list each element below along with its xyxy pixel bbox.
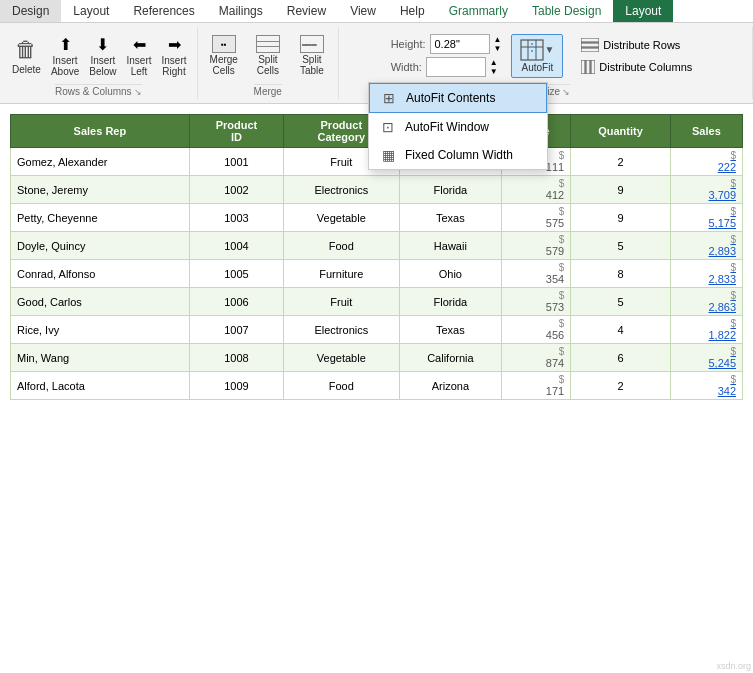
table-cell: $2,863 [670,288,742,316]
cell-size-expand[interactable]: ↘ [562,87,570,97]
watermark: xsdn.org [716,661,751,671]
autofit-contents-icon: ⊞ [380,90,398,106]
autofit-button[interactable]: ▼ AutoFit [511,34,563,78]
delete-label: Delete [12,64,41,75]
table-cell: 1004 [189,232,283,260]
table-row: Good, Carlos1006FruitFlorida$5735$2,863 [11,288,743,316]
size-controls: Height: ▲ ▼ Width: ▲ ▼ [387,30,506,81]
insert-above-button[interactable]: ⬆ InsertAbove [47,33,83,79]
width-up-icon: ▲ [490,58,498,67]
split-table-button[interactable]: ═══ SplitTable [292,32,332,79]
table-cell: 1001 [189,148,283,176]
table-cell: Gomez, Alexander [11,148,190,176]
split-cells-button[interactable]: SplitCells [248,32,288,79]
split-cells-label: SplitCells [257,54,279,76]
height-input[interactable] [430,34,490,54]
table-body: Gomez, Alexander1001FruitOhio$1112$222St… [11,148,743,400]
fixed-col-icon: ▦ [379,147,397,163]
table-cell: $2,833 [670,260,742,288]
tab-layout-1[interactable]: Layout [61,0,121,22]
insert-below-label: InsertBelow [89,55,116,77]
autofit-window-item[interactable]: ⊡ AutoFit Window [369,113,547,141]
table-cell: $575 [502,204,571,232]
header-quantity: Quantity [571,115,671,148]
table-cell: Food [284,232,399,260]
ribbon-tab-bar: Design Layout References Mailings Review… [0,0,753,23]
table-cell: Ohio [399,260,502,288]
fixed-column-width-item[interactable]: ▦ Fixed Column Width [369,141,547,169]
autofit-window-icon: ⊡ [379,119,397,135]
table-cell: 8 [571,260,671,288]
autofit-menu: ⊞ AutoFit Contents ⊡ AutoFit Window ▦ Fi… [368,82,548,170]
autofit-contents-label: AutoFit Contents [406,91,495,105]
table-cell: $342 [670,372,742,400]
rows-cols-expand[interactable]: ↘ [134,87,142,97]
table-cell: $579 [502,232,571,260]
insert-below-button[interactable]: ⬇ InsertBelow [85,33,120,79]
autofit-label: AutoFit [522,62,554,73]
autofit-caret-icon: ▼ [544,44,554,55]
distribute-rows-button[interactable]: Distribute Rows [577,36,696,54]
distribute-cols-label: Distribute Columns [599,61,692,73]
tab-review[interactable]: Review [275,0,338,22]
insert-left-button[interactable]: ⬅ InsertLeft [123,33,156,79]
table-cell: 5 [571,232,671,260]
table-row: Conrad, Alfonso1005FurnitureOhio$3548$2,… [11,260,743,288]
table-cell: Min, Wang [11,344,190,372]
merge-buttons: ▪▪ MergeCells SplitCells ═══ SplitTable [204,29,332,82]
distribute-rows-icon [581,38,599,52]
height-spinner[interactable]: ▲ ▼ [494,35,502,53]
autofit-contents-item[interactable]: ⊞ AutoFit Contents [369,83,547,113]
table-cell: 1008 [189,344,283,372]
table-cell: 9 [571,176,671,204]
table-cell: 1003 [189,204,283,232]
svg-rect-0 [521,40,543,60]
table-cell: Stone, Jeremy [11,176,190,204]
merge-group: ▪▪ MergeCells SplitCells ═══ SplitTable … [198,27,339,99]
tab-help[interactable]: Help [388,0,437,22]
table-cell: 9 [571,204,671,232]
table-cell: $573 [502,288,571,316]
autofit-icon [520,39,544,61]
header-sales: Sales [670,115,742,148]
table-cell: $456 [502,316,571,344]
split-table-label: SplitTable [300,54,324,76]
tab-mailings[interactable]: Mailings [207,0,275,22]
table-cell: Vegetable [284,344,399,372]
table-cell: Fruit [284,288,399,316]
split-cells-icon [256,35,280,53]
rows-cols-buttons: 🗑 Delete ⬆ InsertAbove ⬇ InsertBelow [6,29,191,82]
height-down-icon: ▼ [494,44,502,53]
table-cell: $5,245 [670,344,742,372]
tab-grammarly[interactable]: Grammarly [437,0,520,22]
width-down-icon: ▼ [490,67,498,76]
tab-layout[interactable]: Layout [613,0,673,22]
width-input[interactable] [426,57,486,77]
table-row: Rice, Ivy1007ElectronicsTexas$4564$1,822 [11,316,743,344]
delete-button[interactable]: 🗑 Delete [6,34,47,78]
table-cell: $2,893 [670,232,742,260]
distribute-cols-button[interactable]: Distribute Columns [577,58,696,76]
svg-rect-4 [581,38,599,42]
table-cell: 1009 [189,372,283,400]
table-row: Petty, Cheyenne1003VegetableTexas$5759$5… [11,204,743,232]
table-cell: $5,175 [670,204,742,232]
delete-icon: 🗑 [15,37,37,63]
table-cell: Rice, Ivy [11,316,190,344]
tab-references[interactable]: References [121,0,206,22]
tab-view[interactable]: View [338,0,388,22]
merge-cells-button[interactable]: ▪▪ MergeCells [204,32,244,79]
table-cell: 2 [571,148,671,176]
distribute-rows-label: Distribute Rows [603,39,680,51]
tab-design[interactable]: Design [0,0,61,22]
insert-right-label: InsertRight [162,55,187,77]
header-product-id: ProductID [189,115,283,148]
tab-table-design[interactable]: Table Design [520,0,613,22]
autofit-icon-area: ▼ [520,39,554,61]
height-row: Height: ▲ ▼ [391,34,502,54]
merge-label: Merge [254,84,282,97]
table-cell: 1007 [189,316,283,344]
width-spinner[interactable]: ▲ ▼ [490,58,498,76]
table-cell: $874 [502,344,571,372]
insert-right-button[interactable]: ➡ InsertRight [158,33,191,79]
